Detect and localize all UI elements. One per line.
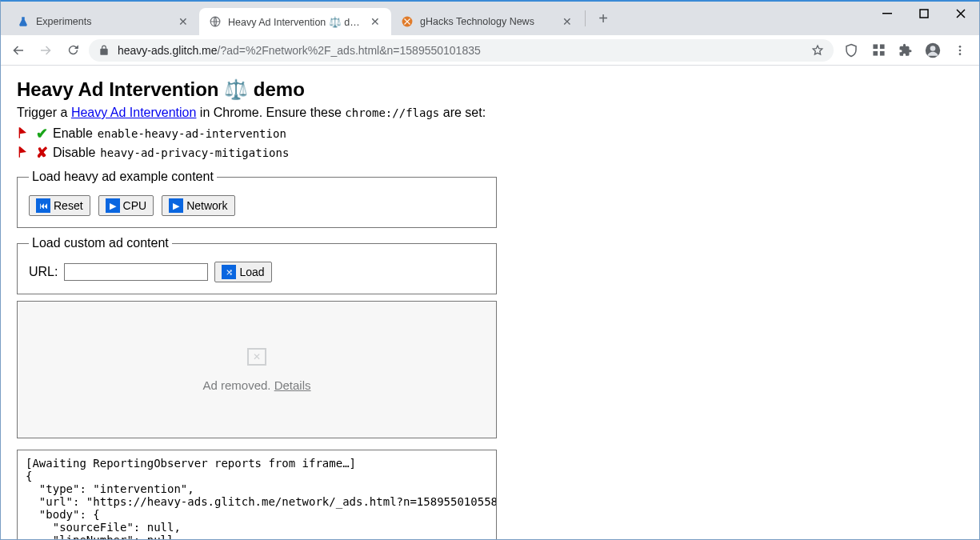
shuffle-icon: ⤨	[222, 265, 236, 279]
minimize-button[interactable]	[869, 2, 906, 26]
flag-disable-row: ✘ Disable heavy-ad-privacy-mitigations	[17, 144, 963, 162]
broken-image-icon	[247, 348, 266, 366]
fieldset-custom-content: Load custom ad content URL: ⤨ Load	[17, 236, 497, 294]
tab-title: Experiments	[36, 16, 170, 27]
flask-icon	[17, 15, 30, 28]
flag-enable-row: ✔ Enable enable-heavy-ad-intervention	[17, 125, 963, 142]
report-output[interactable]: [Awaiting ReportingObserver reports from…	[17, 450, 497, 540]
svg-point-12	[959, 53, 962, 55]
lock-icon	[98, 45, 110, 56]
tab-heavy-ad-demo[interactable]: Heavy Ad Intervention ⚖️ demo ✕	[199, 8, 391, 35]
intro-text: Trigger a Heavy Ad Intervention in Chrom…	[17, 106, 963, 120]
flag-name: enable-heavy-ad-intervention	[98, 127, 286, 140]
forward-button[interactable]	[34, 39, 57, 62]
details-link[interactable]: Details	[274, 378, 311, 392]
fieldset-example-content: Load heavy ad example content ⏮ Reset ▶ …	[17, 170, 497, 228]
globe-icon	[209, 15, 222, 28]
close-window-button[interactable]	[942, 2, 979, 26]
svg-rect-2	[882, 13, 892, 14]
check-icon: ✔	[36, 125, 48, 142]
tab-experiments[interactable]: Experiments ✕	[7, 8, 199, 35]
tab-separator	[585, 10, 586, 26]
back-button[interactable]	[7, 39, 30, 62]
maximize-button[interactable]	[906, 2, 942, 26]
toolbar-actions	[838, 41, 973, 60]
close-icon[interactable]: ✕	[177, 15, 190, 28]
address-bar[interactable]: heavy-ads.glitch.me/?ad=%2Fnetwork%2F_ad…	[89, 39, 834, 62]
browser-titlebar: Experiments ✕ Heavy Ad Intervention ⚖️ d…	[1, 2, 979, 35]
play-icon: ▶	[169, 198, 183, 213]
page-content[interactable]: Heavy Ad Intervention ⚖️ demo Trigger a …	[1, 66, 979, 540]
svg-rect-6	[873, 51, 878, 56]
reload-button[interactable]	[62, 39, 84, 62]
flag-icon	[17, 146, 31, 160]
puzzle-icon[interactable]	[896, 41, 915, 60]
url-input[interactable]	[64, 263, 208, 281]
extension-grid-icon[interactable]	[869, 41, 888, 60]
svg-rect-3	[920, 10, 928, 18]
cpu-button[interactable]: ▶ CPU	[98, 195, 154, 216]
reset-button[interactable]: ⏮ Reset	[29, 195, 90, 216]
ad-removed-panel: Ad removed. Details	[17, 301, 497, 438]
svg-rect-5	[879, 44, 884, 49]
svg-point-11	[959, 49, 962, 51]
close-icon[interactable]: ✕	[369, 15, 382, 28]
profile-avatar-icon[interactable]	[923, 41, 942, 60]
star-icon[interactable]	[811, 44, 824, 57]
tab-strip: Experiments ✕ Heavy Ad Intervention ⚖️ d…	[1, 2, 614, 35]
svg-point-9	[930, 46, 936, 51]
rewind-icon: ⏮	[36, 198, 50, 213]
x-icon: ✘	[36, 144, 48, 162]
page-viewport: Heavy Ad Intervention ⚖️ demo Trigger a …	[1, 66, 979, 540]
url-text: heavy-ads.glitch.me/?ad=%2Fnetwork%2F_ad…	[118, 44, 803, 57]
site-icon	[401, 15, 414, 28]
flags-path: chrome://flags	[345, 106, 439, 119]
flag-icon	[17, 126, 31, 141]
heavy-ad-link[interactable]: Heavy Ad Intervention	[71, 106, 197, 119]
fieldset-legend: Load custom ad content	[29, 236, 172, 250]
ad-removed-text: Ad removed. Details	[202, 378, 310, 392]
flag-name: heavy-ad-privacy-mitigations	[100, 146, 289, 159]
tab-title: Heavy Ad Intervention ⚖️ demo	[228, 16, 362, 28]
new-tab-button[interactable]: +	[592, 7, 614, 30]
tab-ghacks[interactable]: gHacks Technology News ✕	[391, 8, 583, 35]
browser-toolbar: heavy-ads.glitch.me/?ad=%2Fnetwork%2F_ad…	[1, 35, 979, 66]
url-label: URL:	[29, 265, 58, 279]
svg-point-10	[959, 46, 962, 48]
close-icon[interactable]: ✕	[561, 15, 574, 28]
load-button[interactable]: ⤨ Load	[214, 262, 271, 282]
shield-icon[interactable]	[842, 41, 861, 60]
svg-rect-7	[879, 51, 884, 56]
tab-title: gHacks Technology News	[420, 16, 554, 27]
network-button[interactable]: ▶ Network	[162, 195, 234, 216]
kebab-menu-icon[interactable]	[950, 41, 970, 60]
window-controls	[869, 2, 979, 35]
svg-rect-4	[873, 44, 878, 49]
page-title: Heavy Ad Intervention ⚖️ demo	[17, 78, 963, 101]
play-icon: ▶	[106, 198, 120, 213]
fieldset-legend: Load heavy ad example content	[29, 170, 217, 184]
